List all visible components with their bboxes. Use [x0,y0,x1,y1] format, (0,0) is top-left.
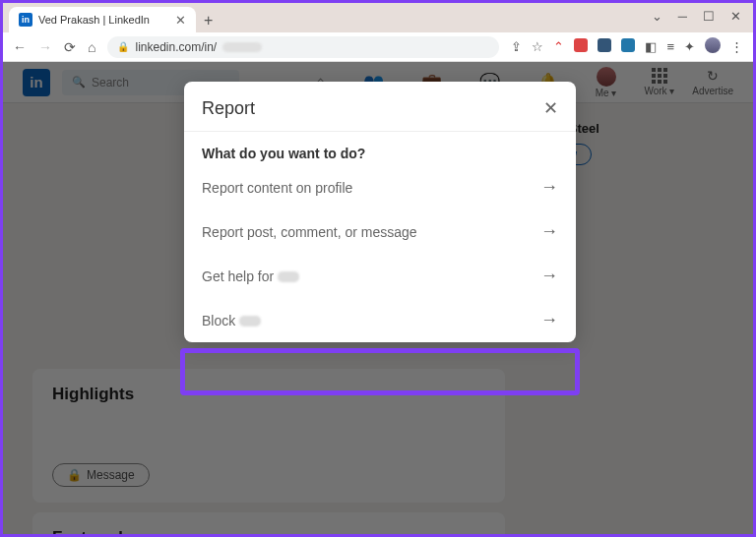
report-modal: Report ✕ What do you want to do? Report … [184,82,576,342]
linkedin-favicon-icon: in [19,13,32,27]
lock-icon: 🔒 [117,41,129,52]
tab-title: Ved Prakash | LinkedIn [38,14,150,26]
window-chevron-icon[interactable]: ⌄ [652,9,662,24]
option-block[interactable]: Block → [184,298,576,342]
arrow-right-icon: → [540,177,558,198]
redacted-name [278,271,299,282]
page-content: in 🔍 Search ⌂ 👥 💼 💬 🔔 Me ▾ Work ▾ ↻ Adve… [3,62,753,534]
ext-icon-3[interactable]: ◧ [645,39,657,54]
ext-icon-1[interactable] [598,38,611,55]
tab-bar: in Ved Prakash | LinkedIn ✕ + [3,3,753,32]
option-label: Report post, comment, or message [202,224,417,240]
option-report-post[interactable]: Report post, comment, or message → [184,209,576,254]
url-input[interactable]: 🔒 linkedin.com/in/ [107,36,499,58]
url-text: linkedin.com/in/ [135,40,217,54]
option-get-help[interactable]: Get help for → [184,254,576,298]
share-icon[interactable]: ⇪ [511,39,522,54]
option-label: Block [202,313,261,328]
pocket-icon[interactable]: ⌃ [553,39,564,54]
window-maximize-icon[interactable]: ☐ [703,9,715,24]
tab-close-icon[interactable]: ✕ [175,13,186,28]
reader-icon[interactable]: ≡ [666,39,674,54]
option-label: Report content on profile [202,180,352,196]
reload-icon[interactable]: ⟳ [64,39,76,55]
new-tab-button[interactable]: + [204,12,213,30]
window-controls: ⌄ ─ ☐ ✕ [652,9,741,24]
arrow-right-icon: → [540,221,558,242]
back-icon[interactable]: ← [13,39,27,55]
account-avatar-icon[interactable] [705,37,721,56]
address-bar: ← → ⟳ ⌂ 🔒 linkedin.com/in/ ⇪ ☆ ⌃ ◧ ≡ ✦ ⋮ [3,32,753,62]
browser-tab[interactable]: in Ved Prakash | LinkedIn ✕ [9,7,196,32]
home-icon[interactable]: ⌂ [88,39,95,55]
window-close-icon[interactable]: ✕ [730,9,741,24]
extensions-icon[interactable]: ✦ [684,39,695,54]
forward-icon: → [38,39,52,55]
arrow-right-icon: → [540,310,558,330]
extension-icons: ⇪ ☆ ⌃ ◧ ≡ ✦ ⋮ [511,37,743,56]
modal-title: Report [202,98,255,119]
option-report-content[interactable]: Report content on profile → [184,165,576,209]
modal-question: What do you want to do? [184,132,576,165]
menu-icon[interactable]: ⋮ [730,39,743,54]
ext-icon-2[interactable] [621,38,635,55]
redacted-name [239,316,261,327]
arrow-right-icon: → [540,266,558,286]
option-label: Get help for [202,268,299,284]
close-icon[interactable]: ✕ [543,97,558,119]
star-icon[interactable]: ☆ [532,39,543,54]
url-redacted [222,42,262,52]
adblock-icon[interactable] [574,38,588,55]
window-minimize-icon[interactable]: ─ [678,9,687,24]
